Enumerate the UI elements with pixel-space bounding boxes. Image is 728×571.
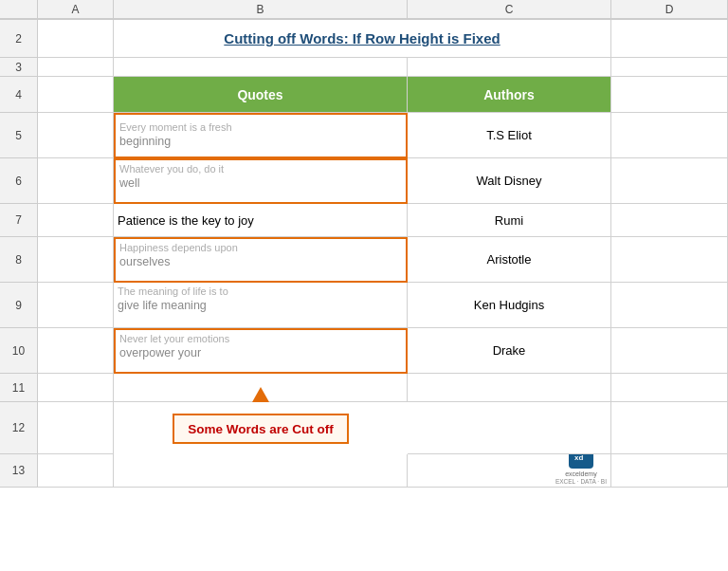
cell-12d <box>611 402 728 454</box>
cell-12c <box>408 402 611 454</box>
row-num-12: 12 <box>0 402 38 454</box>
col-header-d: D <box>611 0 728 19</box>
cell-13c: xd exceldemy EXCEL · DATA · BI <box>408 454 611 488</box>
cell-7d <box>611 204 728 237</box>
quote-5: Every moment is a fresh beginning <box>119 121 232 149</box>
cell-9d <box>611 283 728 328</box>
quote-10: Never let your emotions overpower your <box>119 333 229 360</box>
row-num-6: 6 <box>0 158 38 204</box>
cell-10a <box>38 328 114 374</box>
cell-13a <box>38 454 114 488</box>
spreadsheet: A B C D 2 Cutting off Words: If Row Heig… <box>0 0 728 571</box>
cell-3d <box>611 58 728 77</box>
cell-4a <box>38 77 114 113</box>
cell-6c: Walt Disney <box>408 158 611 204</box>
author-7: Rumi <box>495 213 523 228</box>
cell-10d <box>611 328 728 374</box>
quote-6: Whatever you do, do it well <box>119 163 224 191</box>
row-8: 8 Happiness depends upon ourselves Arist… <box>0 237 728 283</box>
cell-5d <box>611 113 728 158</box>
quote-8: Happiness depends upon ourselves <box>119 242 238 269</box>
cell-6b: Whatever you do, do it well <box>114 158 408 204</box>
row-num-13: 13 <box>0 454 38 488</box>
row-num-4: 4 <box>0 77 38 113</box>
author-5: T.S Eliot <box>486 128 532 142</box>
row-3: 3 <box>0 58 728 77</box>
row-num-10: 10 <box>0 328 38 374</box>
cell-5c: T.S Eliot <box>408 113 611 158</box>
cell-2a <box>38 20 114 58</box>
cell-4d <box>611 77 728 113</box>
cell-9c: Ken Hudgins <box>408 283 611 328</box>
cell-6a <box>38 158 114 204</box>
cell-11d <box>611 374 728 402</box>
cell-11a <box>38 374 114 402</box>
cell-8c: Aristotle <box>408 237 611 283</box>
cell-12b-annotation: Some Words are Cut off <box>114 402 408 454</box>
row-6: 6 Whatever you do, do it well Walt Disne… <box>0 158 728 204</box>
row-12: 12 Some Words are Cut off <box>0 402 728 454</box>
column-header-row: A B C D <box>0 0 728 20</box>
cell-9b: The meaning of life is to give life mean… <box>114 283 408 328</box>
cell-6d <box>611 158 728 204</box>
row-num-3: 3 <box>0 58 38 77</box>
row-num-9: 9 <box>0 283 38 328</box>
cell-2d <box>611 20 728 58</box>
cell-8d <box>611 237 728 283</box>
svg-text:xd: xd <box>574 454 583 462</box>
cell-3a <box>38 58 114 77</box>
author-6: Walt Disney <box>477 174 542 188</box>
cell-3b <box>114 58 408 77</box>
cell-13d <box>611 454 728 488</box>
title-text: Cutting off Words: If Row Height is Fixe… <box>224 30 500 46</box>
row-2: 2 Cutting off Words: If Row Height is Fi… <box>0 20 728 58</box>
row-10: 10 Never let your emotions overpower you… <box>0 328 728 374</box>
cell-8a <box>38 237 114 283</box>
row-num-8: 8 <box>0 237 38 283</box>
corner-cell <box>0 0 38 19</box>
cell-2b-title: Cutting off Words: If Row Height is Fixe… <box>114 20 611 58</box>
cell-7b: Patience is the key to joy <box>114 204 408 237</box>
cell-5a <box>38 113 114 158</box>
quote-7: Patience is the key to joy <box>118 213 254 228</box>
cell-4c-authors-header: Authors <box>408 77 611 113</box>
row-11: 11 <box>0 374 728 402</box>
annotation-box: Some Words are Cut off <box>173 414 349 444</box>
cell-3c <box>408 58 611 77</box>
row-num-2: 2 <box>0 20 38 58</box>
row-5: 5 Every moment is a fresh beginning T.S … <box>0 113 728 158</box>
row-num-5: 5 <box>0 113 38 158</box>
row-4: 4 Quotes Authors <box>0 77 728 113</box>
cell-9a <box>38 283 114 328</box>
author-8: Aristotle <box>487 252 532 267</box>
row-num-7: 7 <box>0 204 38 237</box>
cell-7c: Rumi <box>408 204 611 237</box>
cell-4b-quotes-header: Quotes <box>114 77 408 113</box>
cell-12a <box>38 402 114 454</box>
cell-5b: Every moment is a fresh beginning <box>114 113 408 158</box>
cell-10c: Drake <box>408 328 611 374</box>
cell-8b: Happiness depends upon ourselves <box>114 237 408 283</box>
cell-11c <box>408 374 611 402</box>
row-13: 13 xd exceldemy EXCEL · DATA · BI <box>0 454 728 488</box>
row-7: 7 Patience is the key to joy Rumi <box>0 204 728 237</box>
col-header-a: A <box>38 0 114 19</box>
cell-13b <box>114 454 408 488</box>
author-9: Ken Hudgins <box>474 298 544 312</box>
rows-container: 2 Cutting off Words: If Row Height is Fi… <box>0 20 728 571</box>
row-num-11: 11 <box>0 374 38 402</box>
quote-9: The meaning of life is to give life mean… <box>118 286 228 313</box>
col-header-b: B <box>114 0 408 19</box>
col-header-c: C <box>408 0 611 19</box>
row-9: 9 The meaning of life is to give life me… <box>0 283 728 328</box>
annotation-text: Some Words are Cut off <box>188 422 334 436</box>
cell-7a <box>38 204 114 237</box>
cell-10b: Never let your emotions overpower your <box>114 328 408 374</box>
author-10: Drake <box>493 343 526 358</box>
